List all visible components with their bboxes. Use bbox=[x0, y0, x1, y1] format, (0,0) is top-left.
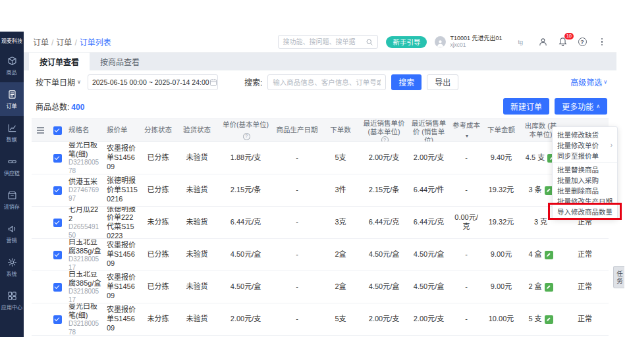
sidebar: 观麦科技 商品 订单 数据 供应链 进销存 bbox=[0, 32, 24, 337]
sort-status-cell: 已分拣 bbox=[140, 142, 177, 174]
order-qty-cell: 2盒 bbox=[320, 271, 361, 303]
breadcrumb-orders[interactable]: 订单 bbox=[33, 38, 49, 47]
sidebar-item-app-center[interactable]: 应用中心 bbox=[0, 284, 24, 317]
row-checkbox[interactable] bbox=[49, 239, 66, 271]
menu-item-5[interactable]: 批量删除商品 bbox=[553, 185, 617, 195]
caret-down-icon: ∨ bbox=[603, 79, 607, 85]
global-search[interactable] bbox=[278, 35, 378, 49]
sidebar-item-data[interactable]: 数据 bbox=[0, 116, 24, 149]
menu-item-2[interactable]: 同步至报价单 bbox=[553, 150, 617, 161]
table-row: 白玉北豆腐385g/盒D321800517农墨报价单S145609已分拣未验货4… bbox=[32, 271, 609, 303]
status-cell: 正常 bbox=[561, 239, 609, 271]
sidebar-item-inventory[interactable]: 进销存 bbox=[0, 183, 24, 217]
marketing-icon bbox=[7, 224, 17, 234]
unit-price-cell: 2.15元/条 bbox=[217, 174, 274, 206]
help-icon[interactable]: ? bbox=[577, 37, 587, 47]
info-icon[interactable]: ? bbox=[243, 133, 250, 140]
prod-date-cell: - bbox=[274, 174, 320, 206]
edit-outbound-icon[interactable] bbox=[545, 251, 553, 259]
sidebar-item-label: 订单 bbox=[7, 101, 17, 109]
unit-price-cell: 4.50元/盒 bbox=[217, 271, 274, 303]
sort-status-cell: 未分拣 bbox=[140, 303, 177, 335]
outbound-qty-cell[interactable]: 5 支 bbox=[520, 303, 561, 335]
sidebar-item-goods[interactable]: 商品 bbox=[0, 49, 24, 82]
calendar-icon bbox=[209, 78, 217, 86]
beginner-guide-button[interactable]: 新手引导 bbox=[386, 36, 427, 48]
sidebar-item-label: 应用中心 bbox=[1, 303, 22, 310]
date-type-select[interactable]: 按下单日期∨ bbox=[36, 76, 81, 88]
breadcrumb-separator: / bbox=[74, 38, 76, 47]
search-label: 搜索: bbox=[244, 76, 262, 88]
outbound-qty-cell[interactable]: 4 盒 bbox=[520, 239, 561, 271]
advanced-filter-link[interactable]: 高级筛选∨ bbox=[570, 76, 607, 88]
more-functions-button[interactable]: 更多功能∧ bbox=[555, 98, 607, 115]
column-header-0: 规格名 bbox=[66, 119, 104, 142]
support-icon[interactable] bbox=[537, 37, 548, 47]
menu-item-1[interactable]: 批量修改单价› bbox=[553, 140, 617, 150]
tab-by-product[interactable]: 按商品查看 bbox=[90, 53, 150, 70]
column-header-2: 分拣状态 bbox=[140, 119, 177, 142]
avatar[interactable] bbox=[435, 36, 446, 47]
recent-price-base-cell: 4.50元/盒 bbox=[361, 239, 407, 271]
more-options-icon[interactable] bbox=[597, 37, 607, 47]
sidebar-item-supply-chain[interactable]: 供应链 bbox=[0, 149, 24, 183]
order-qty-cell: 3件 bbox=[320, 174, 361, 206]
edit-outbound-icon[interactable] bbox=[545, 315, 553, 324]
row-checkbox[interactable] bbox=[49, 271, 66, 303]
caret-down-icon[interactable]: ▼ bbox=[465, 134, 470, 140]
recent-price-sale-cell: 4.50元/盒 bbox=[407, 271, 450, 303]
quote-sheet-cell: 张德明报价单S1150216 bbox=[104, 174, 140, 206]
export-button[interactable]: 导出 bbox=[427, 74, 458, 90]
ref-cost-cell: - bbox=[450, 271, 482, 303]
filter-search-input[interactable] bbox=[267, 74, 386, 90]
search-button[interactable]: 搜索 bbox=[391, 74, 422, 90]
info-icon[interactable]: ? bbox=[381, 136, 389, 142]
menu-divider bbox=[553, 162, 617, 163]
global-search-input[interactable] bbox=[283, 38, 366, 45]
search-icon[interactable] bbox=[366, 38, 373, 46]
outbound-qty-cell[interactable]: 2 盒 bbox=[520, 271, 561, 303]
row-checkbox[interactable] bbox=[49, 142, 66, 174]
user-menu[interactable]: T10001 先进先出01 xjxc01 bbox=[450, 36, 502, 48]
recent-price-sale-cell: 2.00元/支 bbox=[407, 303, 450, 335]
prod-date-cell: - bbox=[274, 271, 320, 303]
sort-status-cell: 已分拣 bbox=[140, 271, 177, 303]
new-order-button[interactable]: 新建订单 bbox=[503, 98, 549, 115]
row-checkbox[interactable] bbox=[49, 207, 66, 238]
menu-item-7[interactable]: 导入修改商品数量 bbox=[553, 206, 617, 217]
order-qty-cell: 5支 bbox=[320, 303, 361, 335]
tg-label: tg bbox=[518, 39, 523, 45]
expand-rows-icon[interactable] bbox=[32, 119, 49, 142]
sort-status-cell: 已分拣 bbox=[140, 239, 177, 271]
task-tab[interactable]: 任务 bbox=[613, 266, 624, 288]
topbar: 订单/订单/订单列表 新手引导 T10001 先进先出01 xjxc01 tg bbox=[24, 32, 616, 53]
column-header-5: 商品生产日期 bbox=[274, 119, 320, 142]
sidebar-item-marketing[interactable]: 营销 bbox=[0, 217, 24, 250]
spec-name-cell: 曼光白板笔(细)D321800578 bbox=[66, 303, 104, 335]
column-header-3: 验货状态 bbox=[177, 119, 217, 142]
status-cell: 正常 bbox=[561, 303, 609, 335]
date-range-input[interactable]: 2025-06-15 00:00 ~ 2025-07-14 24:00 bbox=[88, 74, 218, 90]
row-checkbox[interactable] bbox=[49, 174, 66, 206]
tab-by-order[interactable]: 按订单查看 bbox=[29, 53, 90, 70]
recent-price-base-cell: 2.15元/条 bbox=[361, 174, 407, 206]
check-status-cell: 未验货 bbox=[177, 303, 217, 335]
edit-outbound-icon[interactable] bbox=[545, 283, 553, 292]
status-cell: 正常 bbox=[561, 271, 609, 303]
sidebar-item-label: 系统 bbox=[7, 269, 17, 276]
menu-item-0[interactable]: 批量修改缺货 bbox=[553, 129, 617, 140]
sidebar-item-orders[interactable]: 订单 bbox=[0, 82, 24, 116]
select-all-checkbox[interactable] bbox=[49, 119, 66, 142]
app-window: 观麦科技 商品 订单 数据 供应链 进销存 bbox=[0, 32, 616, 337]
menu-item-4[interactable]: 批量加入采购 bbox=[553, 174, 617, 185]
menu-item-6[interactable]: 批量修改生产日期 bbox=[553, 195, 617, 206]
sidebar-item-system[interactable]: 系统 bbox=[0, 250, 24, 284]
recent-price-base-cell: 6.44元/克 bbox=[361, 207, 407, 238]
row-expand-cell bbox=[32, 303, 49, 335]
notification-icon[interactable]: 10 bbox=[557, 37, 568, 47]
menu-item-3[interactable]: 批量替换商品 bbox=[553, 164, 617, 174]
row-checkbox[interactable] bbox=[49, 303, 66, 335]
breadcrumb-orders-2[interactable]: 订单 bbox=[56, 38, 72, 47]
table-row: 曼光白板笔(细)D321800578农墨报价单S145609未分拣未验货2.00… bbox=[32, 303, 609, 336]
column-header-8: 最近销售单价 (销售单位) bbox=[407, 119, 450, 142]
